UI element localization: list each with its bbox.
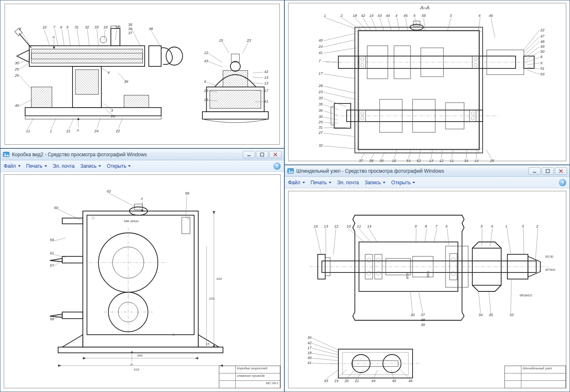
menu-email[interactable]: Эл. почта [337,180,359,185]
svg-point-106 [5,153,6,154]
minimize-button[interactable] [528,167,541,175]
drawing-canvas-tr: A–A [285,0,570,164]
titleblock-bl: Коробка скоростей главного привода МС-09… [219,366,281,388]
window-bottom-right: Шпиндельный узел - Средство просмотра фо… [284,165,570,392]
minimize-button[interactable] [243,151,255,158]
app-icon [287,168,294,174]
svg-rect-302 [546,169,549,173]
menubar-br: Файл Печать Эл. почта Запись Открыть ? [285,177,570,188]
menu-burn[interactable]: Запись [80,163,101,169]
drawing-canvas-tl: 8 10 7 6 5 31 32 33 18 34 35 36 37 38 [0,0,284,148]
window-bottom-left: Коробка вид2 - Средство просмотра фотогр… [0,148,284,392]
menu-print[interactable]: Печать [311,180,331,185]
menu-file[interactable]: Файл [288,180,305,185]
menu-email[interactable]: Эл. почта [53,163,75,169]
window-top-right: A–A [284,0,570,165]
menu-file[interactable]: Файл [4,163,21,169]
menu-open[interactable]: Открыть [391,180,415,185]
drawing-canvas-br: 15 13 12 10 11 14 9 8 7 6 5 4 1 3 2 [285,188,570,392]
titlebar-br[interactable]: Шпиндельный узел - Средство просмотра фо… [285,165,570,177]
menu-burn[interactable]: Запись [365,180,385,185]
svg-point-300 [289,169,290,171]
window-title: Шпиндельный узел - Средство просмотра фо… [296,168,528,174]
titlebar-bl[interactable]: Коробка вид2 - Средство просмотра фотогр… [0,149,284,160]
close-button[interactable] [555,167,567,175]
help-button[interactable]: ? [273,162,281,170]
window-title: Коробка вид2 - Средство просмотра фотогр… [12,152,243,157]
close-button[interactable] [269,151,281,158]
help-button[interactable]: ? [559,179,566,186]
app-icon [3,151,9,158]
menu-open[interactable]: Открыть [107,163,131,169]
maximize-button[interactable] [542,167,554,175]
svg-rect-108 [260,153,264,156]
maximize-button[interactable] [256,151,268,158]
titleblock-br: Шпиндельный узел [504,366,566,388]
window-top-left: 8 10 7 6 5 31 32 33 18 34 35 36 37 38 [0,0,284,148]
menu-print[interactable]: Печать [26,163,47,169]
menubar-bl: Файл Печать Эл. почта Запись Открыть ? [0,160,284,172]
drawing-canvas-bl: 62 58 60 59 61 57 56 МВ oil/lub A A [0,172,284,392]
